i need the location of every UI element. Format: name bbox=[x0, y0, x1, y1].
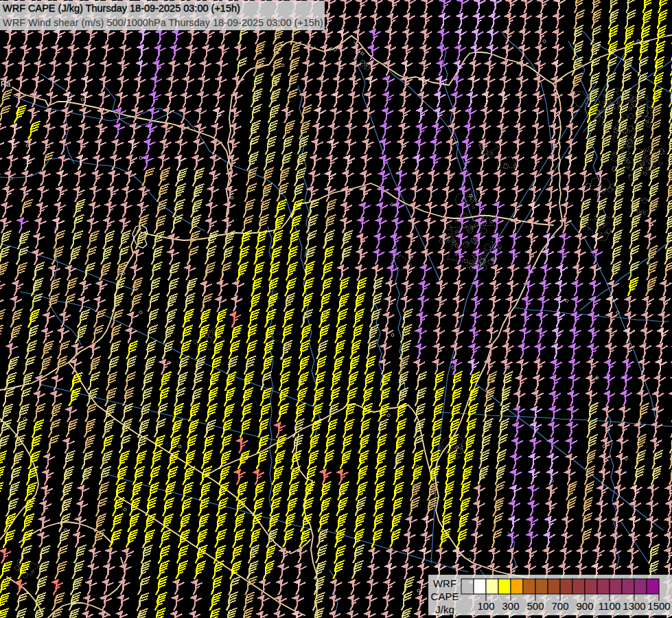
svg-text:300: 300 bbox=[502, 600, 519, 612]
svg-text:1300: 1300 bbox=[623, 600, 645, 612]
svg-text:WRF CAPE (J/kg) Thursday 18-09: WRF CAPE (J/kg) Thursday 18-09-2025 03:0… bbox=[3, 3, 240, 14]
svg-text:100: 100 bbox=[477, 600, 494, 612]
svg-text:900: 900 bbox=[576, 600, 593, 612]
svg-text:1100: 1100 bbox=[599, 600, 621, 612]
svg-text:1500: 1500 bbox=[647, 600, 670, 612]
svg-text:CAPE: CAPE bbox=[431, 591, 459, 602]
svg-text:500: 500 bbox=[526, 600, 544, 612]
svg-text:700: 700 bbox=[551, 600, 568, 612]
svg-text:WRF: WRF bbox=[433, 577, 456, 589]
svg-text:J/kg: J/kg bbox=[435, 604, 454, 615]
svg-text:WRF Wind shear (m/s) 500/1000h: WRF Wind shear (m/s) 500/1000hPa Thursda… bbox=[3, 17, 323, 28]
